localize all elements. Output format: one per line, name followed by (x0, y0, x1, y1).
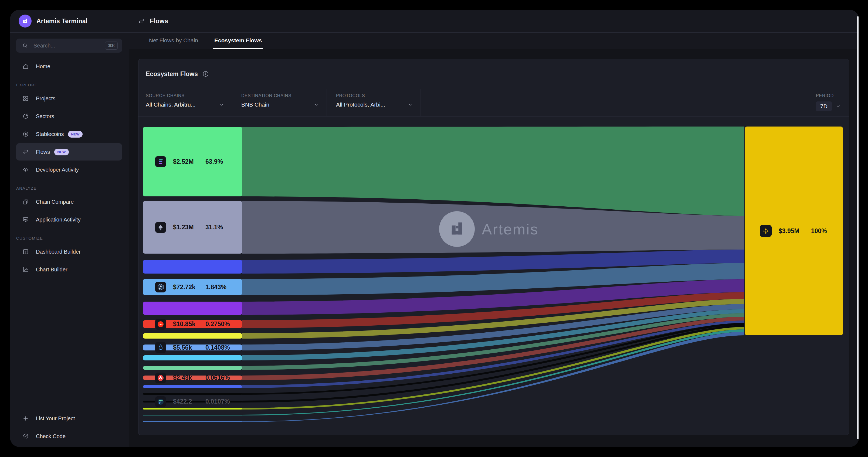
filter-destination-chains[interactable]: DESTINATION CHAINS BNB Chain (232, 89, 327, 116)
flow-percent: 0.0107% (206, 398, 230, 405)
filter-label: PROTOCOLS (336, 93, 421, 98)
sidebar-item-application-activity[interactable]: Application Activity (16, 211, 122, 228)
sidebar: Artemis Terminal Search... ⌘K HomeEXPLOR… (10, 10, 129, 447)
filter-period[interactable]: PERIOD 7D (811, 89, 849, 116)
filter-bar: SOURCE CHAINS All Chains, Arbitru... DES… (138, 89, 849, 117)
page-header: Flows (129, 10, 859, 33)
projects-icon (22, 95, 29, 102)
sidebar-item-label: Stablecoins (36, 131, 64, 137)
scrollbar[interactable] (857, 16, 859, 439)
new-badge: NEW (54, 149, 69, 155)
sidebar-item-projects[interactable]: Projects (16, 90, 122, 107)
plus-icon (22, 415, 29, 422)
flow-label-bnb-chain: $3.95M100% (760, 225, 827, 237)
solana-icon (155, 156, 166, 167)
sidebar-item-label: List Your Project (36, 416, 75, 422)
filter-value: All Protocols, Arbi... (336, 101, 385, 108)
flows-icon (22, 149, 29, 155)
filter-label: DESTINATION CHAINS (241, 93, 327, 98)
sidebar-item-sectors[interactable]: Sectors (16, 108, 122, 125)
sidebar-section-explore: EXPLORE (10, 75, 129, 90)
sidebar-item-label: Chain Compare (36, 199, 74, 205)
sidebar-item-label: Chart Builder (36, 266, 67, 273)
search-input[interactable]: Search... ⌘K (16, 39, 122, 53)
new-badge: NEW (68, 131, 83, 138)
flow-label-flow-13: $422.20.0107% (155, 396, 230, 407)
sidebar-item-label: Check Code (36, 433, 66, 439)
chevron-down-icon[interactable] (219, 102, 224, 107)
sidebar-nav: HomeEXPLOREProjectsSectorsStablecoinsNEW… (10, 58, 129, 279)
flows-icon (138, 18, 145, 25)
sidebar-item-label: Sectors (36, 113, 54, 120)
flow-percent: 31.1% (206, 224, 223, 231)
search-shortcut-badge: ⌘K (105, 41, 118, 50)
artemis-logo-icon (19, 14, 32, 28)
filter-label: SOURCE CHAINS (146, 93, 232, 98)
sidebar-item-label: Projects (36, 96, 55, 102)
flow-value: $2.43k (173, 374, 206, 382)
info-icon[interactable] (202, 70, 209, 77)
flow-percent: 1.843% (206, 284, 226, 291)
flow-percent: 100% (811, 227, 827, 235)
search-icon (22, 43, 28, 48)
filter-protocols[interactable]: PROTOCOLS All Protocols, Arbi... (327, 89, 421, 116)
flow-label-optimism: OP$10.85k0.2750% (155, 319, 230, 330)
sidebar-footer: List Your ProjectCheck Code (10, 410, 129, 446)
sidebar-logo-row: Artemis Terminal (10, 10, 129, 33)
period-value[interactable]: 7D (816, 101, 832, 111)
filter-value: BNB Chain (241, 101, 269, 108)
chevron-down-icon[interactable] (836, 104, 841, 109)
sidebar-item-flows[interactable]: FlowsNEW (16, 143, 122, 161)
artemis-watermark: Artemis (439, 211, 539, 247)
avalanche-icon (155, 372, 166, 383)
sidebar-item-stablecoins[interactable]: StablecoinsNEW (16, 125, 122, 143)
sidebar-item-home[interactable]: Home (16, 58, 122, 75)
home-icon (22, 63, 29, 70)
chevron-down-icon[interactable] (314, 102, 319, 107)
card-header: Ecosystem Flows (138, 59, 849, 89)
flow-label-ethereum: $1.23M31.1% (155, 222, 223, 233)
page-title: Flows (150, 17, 168, 25)
flow-value: $1.23M (173, 224, 206, 231)
optimism-icon: OP (155, 319, 166, 330)
chain-compare-icon (22, 199, 29, 205)
sidebar-item-chain-compare[interactable]: Chain Compare (16, 193, 122, 210)
card-title: Ecosystem Flows (146, 70, 198, 78)
flow-value: $72.72k (173, 284, 206, 291)
sidebar-item-chart-builder[interactable]: Chart Builder (16, 261, 122, 278)
filter-source-chains[interactable]: SOURCE CHAINS All Chains, Arbitru... (138, 89, 232, 116)
flow-value: $10.85k (173, 321, 206, 328)
sui-icon (155, 342, 166, 353)
sidebar-item-list-your-project[interactable]: List Your Project (16, 410, 122, 427)
tab-net-flows-by-chain[interactable]: Net Flows by Chain (148, 33, 199, 49)
shieldcheck-icon (22, 433, 29, 439)
chart-builder-icon (22, 266, 29, 273)
flow-value: $422.2 (173, 398, 206, 405)
flow-percent: 0.1408% (206, 344, 230, 351)
search-placeholder: Search... (33, 43, 105, 49)
tab-ecosystem-flows[interactable]: Ecosystem Flows (213, 33, 263, 49)
flow-label-solana: $2.52M63.9% (155, 156, 223, 167)
ethereum-icon (155, 222, 166, 233)
flow-percent: 0.2750% (206, 321, 230, 328)
artemis-watermark-icon (439, 211, 475, 247)
sidebar-section-customize: CUSTOMIZE (10, 229, 129, 243)
chevron-down-icon[interactable] (408, 102, 413, 107)
sectors-icon (22, 113, 29, 120)
dashboard-builder-icon (22, 249, 29, 255)
flow-13-icon (155, 396, 166, 407)
flow-value: $3.95M (779, 227, 811, 235)
sidebar-item-label: Flows (36, 149, 50, 155)
application-activity-icon (22, 216, 29, 223)
flow-percent: 0.0616% (206, 374, 230, 382)
flow-label-arbitrum: $72.72k1.843% (155, 282, 226, 292)
sidebar-item-developer-activity[interactable]: Developer Activity (16, 161, 122, 178)
app-title: Artemis Terminal (36, 18, 88, 25)
sidebar-item-label: Home (36, 63, 50, 70)
flow-label-avalanche: $2.43k0.0616% (155, 372, 230, 383)
sidebar-item-dashboard-builder[interactable]: Dashboard Builder (16, 243, 122, 260)
flow-percent: 63.9% (206, 158, 223, 165)
flow-value: $5.56k (173, 344, 206, 351)
sidebar-item-check-code[interactable]: Check Code (16, 428, 122, 445)
sidebar-item-label: Dashboard Builder (36, 249, 81, 255)
